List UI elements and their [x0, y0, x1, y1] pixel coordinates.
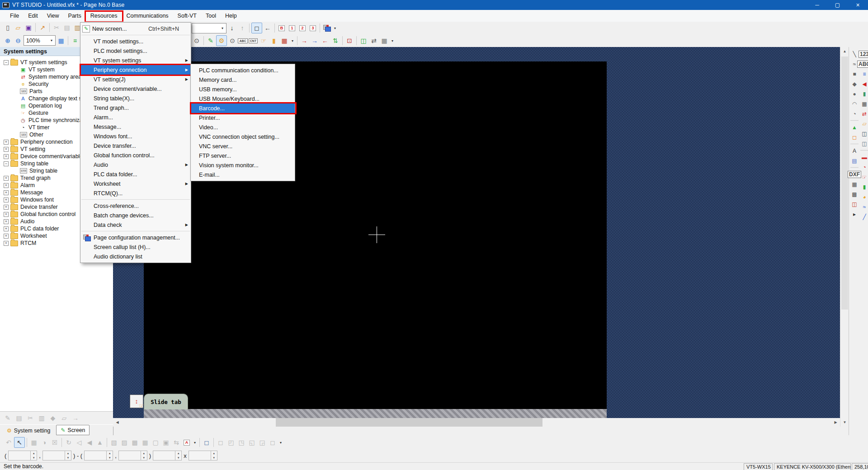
- image-parts-button[interactable]: ▲: [850, 123, 859, 132]
- expand-icon[interactable]: +: [4, 205, 9, 210]
- menu-item-vt-system-settings[interactable]: VT system settings▶: [80, 56, 191, 65]
- menu-item-vnc-connection-object-setting[interactable]: VNC connection object setting...: [191, 132, 295, 141]
- detail-table-button[interactable]: ▩: [850, 190, 859, 198]
- spinner-buttons[interactable]: ▲▼: [211, 451, 217, 460]
- menu-item-rtcm-q[interactable]: RTCM(Q)...: [80, 188, 191, 198]
- spinner-buttons[interactable]: ▲▼: [175, 451, 181, 460]
- grid-toggle-button[interactable]: ▦: [56, 36, 66, 46]
- spinner-buttons[interactable]: ▲▼: [141, 451, 147, 460]
- ruler-parts-button[interactable]: ▬: [860, 153, 868, 161]
- text-display-button[interactable]: ABC: [860, 60, 868, 68]
- lamp-parts-button[interactable]: ▮: [860, 89, 868, 98]
- menu-item-audio[interactable]: Audio▶: [80, 160, 191, 169]
- delete-item-button[interactable]: ◆: [48, 413, 58, 423]
- spinner-down-icon[interactable]: ▼: [175, 456, 181, 460]
- spinner-up-icon[interactable]: ▲: [211, 451, 217, 456]
- spinner-buttons[interactable]: ▲▼: [106, 451, 113, 460]
- send-to-back-button[interactable]: ▨: [119, 437, 129, 447]
- draw-sector-button[interactable]: ◔: [850, 109, 859, 118]
- vertical-scrollbar[interactable]: ▲ ▼: [840, 47, 849, 427]
- copy-button[interactable]: ▤: [62, 23, 72, 33]
- spinner-down-icon[interactable]: ▼: [107, 456, 113, 460]
- menu-item-plc-model-settings[interactable]: PLC model settings...: [80, 46, 191, 56]
- menu-item-video[interactable]: Video...: [191, 122, 295, 132]
- open-file-button[interactable]: ▱: [13, 23, 23, 33]
- menu-item-e-mail[interactable]: E-mail...: [191, 170, 295, 179]
- new-file-button[interactable]: ▯: [3, 23, 13, 33]
- menu-item-device-comment-variable[interactable]: Device comment/variable...: [80, 84, 191, 94]
- import-item-button[interactable]: →: [71, 413, 80, 423]
- pointer-button[interactable]: ↖: [14, 437, 25, 448]
- transfer-parts-button[interactable]: ⇄: [860, 109, 868, 118]
- select-mode4-button[interactable]: ◱: [247, 437, 257, 447]
- expand-icon[interactable]: +: [4, 234, 9, 239]
- counter-list-button[interactable]: CNT: [248, 36, 258, 46]
- back-button[interactable]: ←: [263, 23, 273, 33]
- menubar-item-view[interactable]: View: [42, 10, 64, 22]
- zoom-out-button[interactable]: ⊖: [13, 36, 23, 46]
- horizontal-scroll-thumb[interactable]: [276, 418, 542, 427]
- search-parts-button[interactable]: ⊙: [192, 36, 202, 46]
- tab-system-setting[interactable]: ⚙System setting: [3, 426, 54, 435]
- select-object-button[interactable]: ◻: [251, 23, 262, 33]
- text-list-button[interactable]: ABC: [238, 36, 248, 46]
- menu-item-plc-data-folder[interactable]: PLC data folder...: [80, 169, 191, 179]
- scroll-left-arrow[interactable]: ◀: [113, 418, 122, 427]
- expand-icon[interactable]: +: [4, 176, 9, 181]
- font-change-button[interactable]: A: [182, 437, 192, 447]
- menubar-item-resources[interactable]: Resources: [86, 10, 122, 22]
- menubar-item-communications[interactable]: Communications: [122, 10, 173, 22]
- spinner-buttons[interactable]: ▲▼: [65, 451, 71, 460]
- device-settings-button[interactable]: ≡: [70, 36, 80, 46]
- recolor-button[interactable]: ◑: [39, 437, 49, 447]
- select-mode2-button[interactable]: ◰: [226, 437, 236, 447]
- spinner-down-icon[interactable]: ▼: [211, 456, 217, 460]
- menu-item-vt-model-settings[interactable]: VT model settings...: [80, 37, 191, 46]
- transfer-monitor-button[interactable]: →: [310, 36, 320, 46]
- select-mode3-button[interactable]: ◳: [236, 437, 246, 447]
- minimize-button[interactable]: ─: [807, 0, 827, 10]
- menu-item-string-table-x[interactable]: String table(X)...: [80, 94, 191, 103]
- copy-item-button[interactable]: ▤: [14, 413, 24, 423]
- group-button[interactable]: ▢: [151, 437, 160, 447]
- parts-number-button[interactable]: ▦: [29, 437, 39, 447]
- pie-graph-button[interactable]: ◕: [860, 193, 868, 201]
- frame-parts-button[interactable]: ◻: [850, 133, 859, 141]
- movie-parts-button[interactable]: ▦: [860, 99, 868, 108]
- zoom-level-combobox[interactable]: 100%▾: [24, 35, 56, 46]
- collapse-icon[interactable]: −: [4, 161, 9, 166]
- send-backward-button[interactable]: ▦: [140, 437, 150, 447]
- spinner-up-icon[interactable]: ▲: [141, 451, 147, 456]
- bring-forward-button[interactable]: ▩: [130, 437, 140, 447]
- more-tools-arrow[interactable]: ▸: [850, 210, 859, 218]
- dxf-import-button[interactable]: DXF: [850, 170, 859, 179]
- menubar-item-edit[interactable]: Edit: [24, 10, 42, 22]
- overlap-window1-button[interactable]: 1: [287, 23, 297, 33]
- select-mode6-button[interactable]: ◻: [268, 437, 278, 447]
- delete-parts-button[interactable]: ☒: [50, 437, 60, 447]
- menu-item-plc-communication-condition[interactable]: PLC communication condition...: [191, 66, 295, 75]
- menu-item-data-check[interactable]: Data check▶: [80, 220, 191, 230]
- menu-item-memory-card[interactable]: Memory card...: [191, 75, 295, 85]
- page-configuration-dropdown[interactable]: ▾: [332, 23, 338, 33]
- system-setting-button[interactable]: ⚙: [216, 35, 227, 46]
- horizontal-scrollbar[interactable]: ◀ ▶: [113, 418, 840, 427]
- screen-edit-button[interactable]: ✎: [206, 36, 216, 46]
- menu-item-message[interactable]: Message...: [80, 122, 191, 132]
- menu-item-audio-dictionary-list[interactable]: Audio dictionary list: [80, 252, 191, 261]
- expand-icon[interactable]: +: [4, 212, 9, 217]
- tab-screen[interactable]: ✎Screen: [56, 425, 90, 435]
- bring-to-front-button[interactable]: ▧: [109, 437, 119, 447]
- select-mode1-button[interactable]: ◻: [216, 437, 226, 447]
- buzzer-parts-button[interactable]: ◀: [860, 80, 868, 88]
- draw-polygon-button[interactable]: ◆: [850, 80, 859, 88]
- expand-icon[interactable]: +: [4, 154, 9, 159]
- coordinate-field-2[interactable]: ▲▼: [42, 451, 71, 461]
- menu-item-device-transfer[interactable]: Device transfer...: [80, 141, 191, 150]
- trend-graph-button[interactable]: ╱: [860, 212, 868, 221]
- rotate-button[interactable]: ↻: [64, 437, 74, 447]
- menu-item-global-function-control[interactable]: Global function control...: [80, 150, 191, 160]
- list-parts-button[interactable]: ≡: [860, 70, 868, 78]
- menu-item-screen-callup-list-h[interactable]: Screen callup list (H)...: [80, 242, 191, 252]
- menu-item-windows-font[interactable]: Windows font...: [80, 132, 191, 141]
